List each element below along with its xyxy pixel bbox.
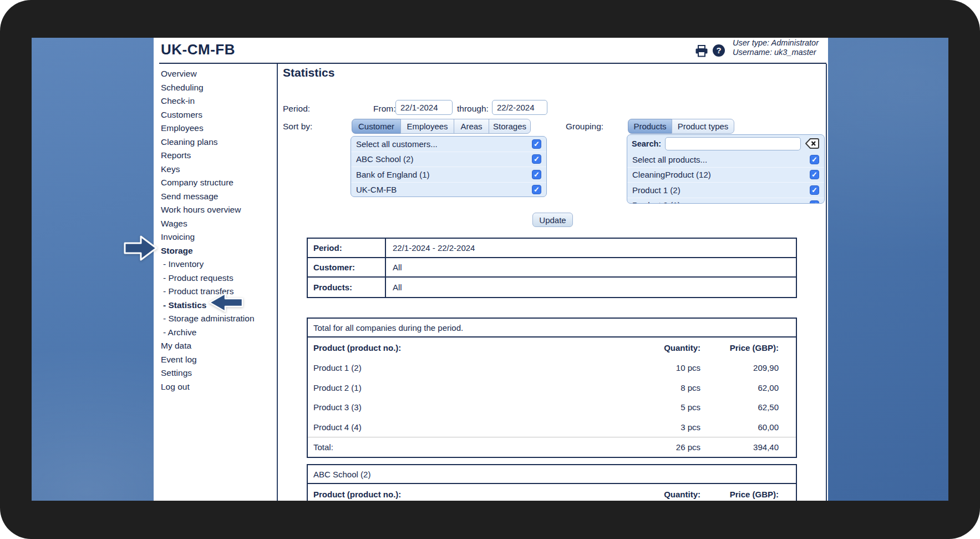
product-option-product-1[interactable]: Product 1 (2) — [627, 183, 824, 198]
sidebar-item-storage-administration[interactable]: - Storage administration — [161, 312, 272, 326]
sidebar-item-log-out[interactable]: Log out — [161, 380, 272, 394]
product-option-select-all[interactable]: Select all products... — [627, 152, 824, 168]
customer-option-abc-school[interactable]: ABC School (2) — [351, 152, 546, 168]
sidebar-item-send-message[interactable]: Send message — [161, 190, 272, 204]
customer-option-uk-cm-fb[interactable]: UK-CM-FB — [351, 183, 546, 198]
sidebar-item-company-structure[interactable]: Company structure — [161, 176, 272, 190]
checkbox-checked-icon[interactable] — [810, 155, 819, 164]
tab-product-types[interactable]: Product types — [672, 119, 734, 134]
user-info: User type: Administrator Username: uk3_m… — [733, 38, 827, 57]
sidebar-item-event-log[interactable]: Event log — [161, 353, 272, 367]
from-date-input[interactable] — [395, 100, 453, 115]
search-label: Search: — [632, 139, 661, 148]
summary-table: Period: 22/1-2024 - 22/2-2024 Customer: … — [307, 238, 797, 298]
summary-row-products: Products: All — [308, 278, 796, 297]
checkbox-checked-icon[interactable] — [810, 200, 819, 204]
through-date-input[interactable] — [492, 100, 547, 115]
company-table-header: Product (product no.): Quantity: Price (… — [308, 484, 796, 501]
sort-by-label: Sort by: — [283, 122, 312, 132]
app-window: UK-CM-FB ? User type: Administrator User… — [154, 38, 828, 501]
sidebar-divider — [277, 64, 278, 501]
tab-storages[interactable]: Storages — [489, 119, 531, 134]
product-search-input[interactable] — [665, 137, 801, 150]
screenshot-stage: UK-CM-FB ? User type: Administrator User… — [0, 0, 980, 539]
company-table-caption: ABC School (2) — [308, 465, 796, 484]
grouping-tabs: Products Product types — [628, 119, 734, 134]
desktop-background: UK-CM-FB ? User type: Administrator User… — [32, 38, 948, 501]
customer-option-bank-of-england[interactable]: Bank of England (1) — [351, 167, 546, 183]
sidebar-item-cleaning-plans[interactable]: Cleaning plans — [161, 135, 272, 149]
header-divider — [159, 63, 826, 64]
table-row: Product 1 (2) 10 pcs 209,90 — [308, 358, 796, 378]
table-row: Product 4 (4) 3 pcs 60,00 — [308, 417, 796, 437]
help-icon[interactable]: ? — [713, 44, 725, 57]
sidebar-item-overview[interactable]: Overview — [161, 67, 272, 81]
product-option-cleaningproduct[interactable]: CleaningProduct (12) — [627, 168, 824, 183]
user-type-text: User type: Administrator — [733, 38, 827, 48]
sidebar-item-my-data[interactable]: My data — [161, 339, 272, 353]
customer-listbox: Select all customers... ABC School (2) B… — [351, 136, 547, 197]
tab-customer[interactable]: Customer — [352, 119, 401, 134]
sidebar-item-scheduling[interactable]: Scheduling — [161, 81, 272, 95]
sidebar-item-wages[interactable]: Wages — [161, 217, 272, 231]
totals-table-total-row: Total: 26 pcs 394,40 — [308, 437, 796, 457]
tab-areas[interactable]: Areas — [454, 119, 489, 134]
checkbox-checked-icon[interactable] — [810, 185, 819, 195]
products-panel: Search: Select all products... CleaningP… — [627, 134, 825, 204]
totals-table: Total for all companies during the perio… — [307, 318, 797, 458]
content-right-border — [826, 64, 827, 501]
sidebar-item-storage[interactable]: Storage — [161, 244, 272, 258]
tab-employees[interactable]: Employees — [400, 119, 454, 134]
sidebar-item-product-requests[interactable]: - Product requests — [161, 271, 272, 285]
product-option-product-2[interactable]: Product 2 (1) — [627, 198, 824, 204]
summary-row-customer: Customer: All — [308, 258, 796, 278]
summary-row-period: Period: 22/1-2024 - 22/2-2024 — [308, 239, 796, 258]
sidebar-item-archive[interactable]: - Archive — [161, 326, 272, 340]
table-row: Product 3 (3) 5 pcs 62,50 — [308, 397, 796, 417]
sidebar-item-inventory[interactable]: - Inventory — [161, 258, 272, 271]
from-label: From: — [373, 104, 395, 114]
page-title: Statistics — [283, 66, 334, 79]
checkbox-checked-icon[interactable] — [810, 170, 819, 179]
table-row: Product 2 (1) 8 pcs 62,00 — [308, 378, 796, 398]
sidebar-item-employees[interactable]: Employees — [161, 122, 272, 135]
sidebar-item-keys[interactable]: Keys — [161, 163, 272, 177]
sidebar-item-invoicing[interactable]: Invoicing — [161, 230, 272, 244]
username-text: Username: uk3_master — [733, 48, 827, 57]
totals-table-caption: Total for all companies during the perio… — [308, 319, 796, 337]
grouping-label: Grouping: — [566, 122, 603, 132]
storage-pointer-arrow-icon — [124, 234, 158, 262]
customer-option-select-all[interactable]: Select all customers... — [351, 137, 546, 152]
tab-products[interactable]: Products — [628, 119, 672, 134]
sidebar: Overview Scheduling Check-in Customers E… — [161, 67, 272, 394]
sort-by-tabs: Customer Employees Areas Storages — [352, 119, 531, 134]
sidebar-item-check-in[interactable]: Check-in — [161, 94, 272, 108]
product-search-row: Search: — [627, 135, 824, 152]
company-table: ABC School (2) Product (product no.): Qu… — [307, 464, 797, 501]
statistics-pointer-arrow-icon — [208, 292, 243, 313]
sidebar-item-customers[interactable]: Customers — [161, 108, 272, 122]
period-label: Period: — [283, 104, 310, 114]
sidebar-item-settings[interactable]: Settings — [161, 366, 272, 380]
checkbox-checked-icon[interactable] — [532, 185, 541, 194]
update-button[interactable]: Update — [532, 213, 573, 227]
through-label: through: — [457, 104, 489, 114]
sidebar-item-reports[interactable]: Reports — [161, 149, 272, 163]
checkbox-checked-icon[interactable] — [532, 154, 541, 164]
clear-search-icon[interactable] — [805, 138, 820, 149]
app-title: UK-CM-FB — [161, 41, 235, 58]
sidebar-item-work-hours-overview[interactable]: Work hours overview — [161, 203, 272, 217]
checkbox-checked-icon[interactable] — [532, 139, 541, 149]
totals-table-header: Product (product no.): Quantity: Price (… — [308, 337, 796, 358]
checkbox-checked-icon[interactable] — [532, 170, 541, 179]
print-icon[interactable] — [695, 45, 708, 57]
